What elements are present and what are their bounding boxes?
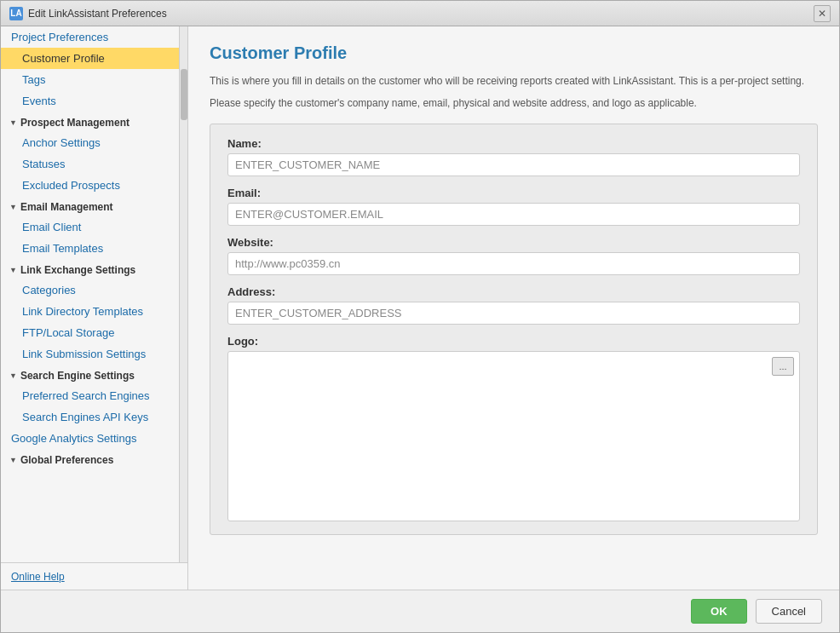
logo-box: ...	[227, 351, 800, 521]
sidebar-item-tags[interactable]: Tags	[1, 69, 179, 90]
link-exchange-settings-header[interactable]: Link Exchange Settings	[1, 259, 179, 279]
name-label: Name:	[227, 137, 800, 150]
title-bar: LA Edit LinkAssistant Preferences ✕	[1, 1, 839, 26]
name-field-group: Name:	[227, 137, 800, 176]
ok-button[interactable]: OK	[691, 599, 747, 624]
window-title: Edit LinkAssistant Preferences	[28, 8, 167, 20]
email-label: Email:	[227, 187, 800, 199]
footer: OK Cancel	[1, 590, 839, 632]
email-field-group: Email:	[227, 187, 800, 226]
sidebar-item-categories[interactable]: Categories	[1, 279, 179, 301]
sidebar-item-link-directory-templates[interactable]: Link Directory Templates	[1, 301, 179, 322]
description-2: Please specify the customer's company na…	[210, 95, 818, 111]
address-field-group: Address:	[227, 285, 800, 325]
email-input[interactable]	[227, 203, 800, 226]
close-button[interactable]: ✕	[814, 5, 831, 22]
sidebar-item-statuses[interactable]: Statuses	[1, 153, 179, 175]
address-label: Address:	[227, 285, 800, 298]
dialog-window: LA Edit LinkAssistant Preferences ✕ Proj…	[0, 0, 840, 633]
sidebar-nav: Project Preferences Customer Profile Tag…	[1, 26, 179, 590]
cancel-button[interactable]: Cancel	[756, 599, 822, 624]
sidebar-item-email-client[interactable]: Email Client	[1, 216, 179, 238]
sidebar-item-email-templates[interactable]: Email Templates	[1, 238, 179, 259]
logo-section: Logo: ...	[227, 335, 800, 521]
sidebar-item-link-submission-settings[interactable]: Link Submission Settings	[1, 343, 179, 365]
sidebar-item-search-engines-api-keys[interactable]: Search Engines API Keys	[1, 406, 179, 428]
sidebar-scrollbar[interactable]	[179, 26, 187, 590]
global-preferences-header[interactable]: Global Preferences	[1, 449, 179, 469]
sidebar: Project Preferences Customer Profile Tag…	[1, 26, 188, 590]
scrollbar-thumb[interactable]	[181, 69, 187, 120]
sidebar-item-preferred-search-engines[interactable]: Preferred Search Engines	[1, 385, 179, 406]
main-content: Customer Profile This is where you fill …	[188, 26, 839, 590]
form-section: Name: Email: Website: Address:	[210, 124, 818, 535]
sidebar-item-events[interactable]: Events	[1, 90, 179, 112]
logo-browse-button[interactable]: ...	[772, 357, 794, 376]
online-help-link[interactable]: Online Help	[11, 571, 65, 583]
sidebar-item-ftp-local-storage[interactable]: FTP/Local Storage	[1, 322, 179, 343]
description-1: This is where you fill in details on the…	[210, 73, 818, 89]
address-input[interactable]	[227, 302, 800, 325]
title-bar-left: LA Edit LinkAssistant Preferences	[9, 7, 167, 20]
website-input[interactable]	[227, 252, 800, 275]
website-label: Website:	[227, 236, 800, 249]
website-field-group: Website:	[227, 236, 800, 275]
content-area: Project Preferences Customer Profile Tag…	[1, 26, 839, 590]
prospect-management-header[interactable]: Prospect Management	[1, 112, 179, 132]
email-management-header[interactable]: Email Management	[1, 196, 179, 216]
sidebar-item-anchor-settings[interactable]: Anchor Settings	[1, 132, 179, 153]
logo-label: Logo:	[227, 335, 800, 348]
app-icon: LA	[9, 7, 23, 20]
sidebar-wrapper: Project Preferences Customer Profile Tag…	[1, 26, 187, 590]
name-input[interactable]	[227, 153, 800, 176]
sidebar-item-customer-profile[interactable]: Customer Profile	[1, 48, 179, 69]
sidebar-item-google-analytics-settings[interactable]: Google Analytics Settings	[1, 428, 179, 449]
sidebar-item-excluded-prospects[interactable]: Excluded Prospects	[1, 175, 179, 196]
search-engine-settings-header[interactable]: Search Engine Settings	[1, 365, 179, 385]
sidebar-item-project-preferences[interactable]: Project Preferences	[1, 26, 179, 48]
page-title: Customer Profile	[210, 43, 818, 63]
